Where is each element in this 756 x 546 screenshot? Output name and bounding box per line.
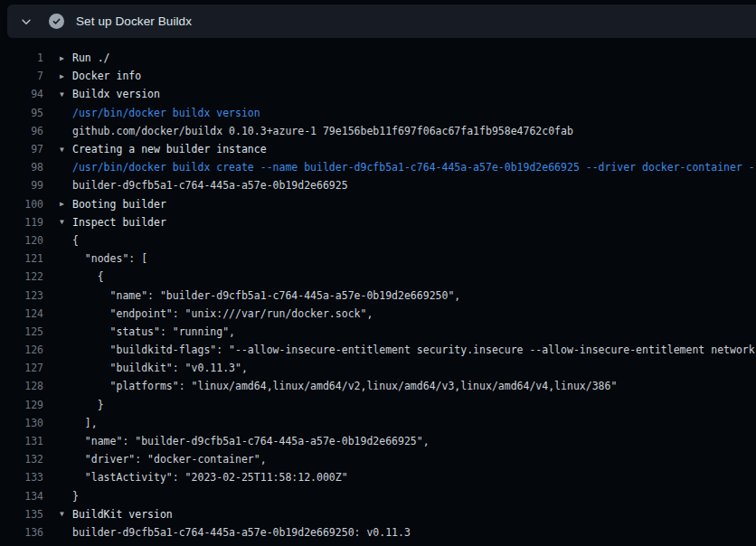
triangle-collapsed-icon[interactable]: ▶ — [60, 200, 72, 208]
check-circle-icon — [49, 14, 64, 29]
line-number[interactable]: 134 — [0, 490, 43, 503]
line-number[interactable]: 131 — [0, 435, 43, 447]
log-group-row[interactable]: 7▶Docker info — [0, 67, 756, 85]
log-text: builder-d9cfb5a1-c764-445a-a57e-0b19d2e6… — [72, 526, 411, 539]
group-label: Docker info — [72, 70, 141, 82]
triangle-expanded-icon[interactable]: ▼ — [60, 510, 72, 518]
log-text: { — [72, 270, 104, 283]
log-text: "name": "builder-d9cfb5a1-c764-445a-a57e… — [72, 435, 430, 447]
line-number[interactable]: 119 — [0, 216, 43, 229]
log-line-row: 121 "nodes": [ — [0, 249, 756, 268]
log-line-row: 122 { — [0, 268, 756, 286]
log-line-row: 132 "driver": "docker-container", — [0, 450, 756, 468]
log-text: "buildkitd-flags": "--allow-insecure-ent… — [72, 344, 756, 356]
log-line-row: 99builder-d9cfb5a1-c764-445a-a57e-0b19d2… — [0, 176, 756, 194]
log-text: "status": "running", — [72, 325, 235, 338]
log-group-row[interactable]: 119▼Inspect builder — [0, 213, 756, 231]
triangle-expanded-icon[interactable]: ▼ — [60, 90, 72, 99]
log-text: "driver": "docker-container", — [72, 453, 267, 466]
log-group-row[interactable]: 1▶Run ./ — [0, 49, 756, 67]
line-number[interactable]: 135 — [0, 508, 43, 521]
log-text: "nodes": [ — [72, 252, 147, 265]
line-number[interactable]: 136 — [0, 526, 43, 539]
line-number[interactable]: 132 — [0, 453, 43, 466]
log-line-row: 134} — [0, 487, 756, 505]
log-group-row[interactable]: 94▼Buildx version — [0, 85, 756, 103]
log-text: "platforms": "linux/amd64,linux/amd64/v2… — [72, 380, 617, 392]
line-number[interactable]: 123 — [0, 289, 43, 302]
line-number[interactable]: 95 — [0, 107, 43, 119]
log-text: } — [72, 490, 79, 503]
log-text: "lastActivity": "2023-02-25T11:58:12.000… — [72, 471, 348, 484]
log-line-row: 131 "name": "builder-d9cfb5a1-c764-445a-… — [0, 432, 756, 450]
line-number[interactable]: 122 — [0, 270, 43, 283]
group-label: Creating a new builder instance — [72, 143, 267, 155]
log-line-row: 95/usr/bin/docker buildx version — [0, 104, 756, 122]
line-number[interactable]: 130 — [0, 417, 43, 429]
group-label: Booting builder — [72, 198, 166, 211]
line-number[interactable]: 121 — [0, 252, 43, 265]
line-number[interactable]: 120 — [0, 234, 43, 247]
log-text: builder-d9cfb5a1-c764-445a-a57e-0b19d2e6… — [72, 179, 348, 192]
line-number[interactable]: 124 — [0, 307, 43, 320]
group-label: Buildx version — [72, 88, 160, 100]
log-line-row: 98/usr/bin/docker buildx create --name b… — [0, 158, 756, 176]
log-group-row[interactable]: 97▼Creating a new builder instance — [0, 140, 756, 158]
line-number[interactable]: 133 — [0, 471, 43, 484]
line-number[interactable]: 129 — [0, 399, 43, 411]
group-label: Inspect builder — [72, 216, 166, 229]
log-line-row: 125 "status": "running", — [0, 323, 756, 341]
log-line-row: 124 "endpoint": "unix:///var/run/docker.… — [0, 305, 756, 323]
log-line-row: 136builder-d9cfb5a1-c764-445a-a57e-0b19d… — [0, 523, 756, 541]
line-number[interactable]: 7 — [0, 70, 43, 82]
log-text: "buildkit": "v0.11.3", — [72, 362, 248, 374]
line-number[interactable]: 94 — [0, 88, 43, 100]
group-label: Run ./ — [72, 52, 110, 64]
log-text: "endpoint": "unix:///var/run/docker.sock… — [72, 307, 373, 320]
step-title: Set up Docker Buildx — [76, 14, 192, 28]
actions-log-panel: Set up Docker Buildx 1▶Run ./7▶Docker in… — [0, 0, 756, 546]
line-number[interactable]: 127 — [0, 362, 43, 374]
log-line-row: 96github.com/docker/buildx 0.10.3+azure-… — [0, 122, 756, 140]
log-text: github.com/docker/buildx 0.10.3+azure-1 … — [72, 125, 573, 137]
log-text: /usr/bin/docker buildx version — [72, 107, 260, 119]
line-number[interactable]: 125 — [0, 325, 43, 338]
triangle-collapsed-icon[interactable]: ▶ — [60, 72, 72, 80]
log-text: "name": "builder-d9cfb5a1-c764-445a-a57e… — [72, 289, 460, 302]
line-number[interactable]: 100 — [0, 198, 43, 211]
line-number[interactable]: 98 — [0, 161, 43, 174]
log-text: } — [72, 399, 104, 411]
log-line-row: 123 "name": "builder-d9cfb5a1-c764-445a-… — [0, 286, 756, 304]
step-header[interactable]: Set up Docker Buildx — [7, 5, 756, 38]
log-line-row: 120{ — [0, 231, 756, 249]
log-lines-container: 1▶Run ./7▶Docker info94▼Buildx version95… — [0, 38, 756, 546]
group-label: BuildKit version — [72, 508, 173, 521]
log-line-row: 126 "buildkitd-flags": "--allow-insecure… — [0, 341, 756, 359]
line-number[interactable]: 126 — [0, 344, 43, 356]
log-group-row[interactable]: 100▶Booting builder — [0, 195, 756, 213]
log-text: /usr/bin/docker buildx create --name bui… — [72, 161, 756, 174]
triangle-collapsed-icon[interactable]: ▶ — [60, 54, 72, 62]
line-number[interactable]: 99 — [0, 179, 43, 192]
log-text: { — [72, 234, 79, 247]
log-line-row: 129 } — [0, 396, 756, 414]
line-number[interactable]: 1 — [0, 52, 43, 64]
chevron-down-icon[interactable] — [20, 15, 33, 28]
log-line-row: 128 "platforms": "linux/amd64,linux/amd6… — [0, 377, 756, 395]
log-line-row: 127 "buildkit": "v0.11.3", — [0, 359, 756, 377]
log-line-row: 130 ], — [0, 414, 756, 432]
log-text: ], — [72, 417, 98, 429]
log-group-row[interactable]: 135▼BuildKit version — [0, 505, 756, 523]
line-number[interactable]: 96 — [0, 125, 43, 137]
triangle-expanded-icon[interactable]: ▼ — [60, 146, 72, 154]
line-number[interactable]: 97 — [0, 143, 43, 155]
triangle-expanded-icon[interactable]: ▼ — [60, 218, 72, 226]
line-number[interactable]: 128 — [0, 380, 43, 392]
log-line-row: 133 "lastActivity": "2023-02-25T11:58:12… — [0, 468, 756, 486]
